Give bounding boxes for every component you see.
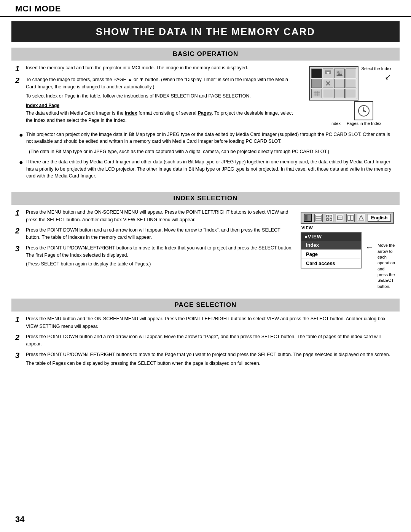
page-step-2-text: Press the POINT DOWN button and a red-ar… (26, 333, 396, 348)
page-wrapper: MCI MODE SHOW THE DATA IN THE MEMORY CAR… (0, 0, 411, 532)
svg-rect-8 (314, 91, 320, 96)
page-step-3-content: Press the POINT UP/DOWN/LEFT/RIGHT butto… (26, 351, 396, 367)
memory-card-grid (309, 66, 358, 101)
main-title-banner: SHOW THE DATA IN THE MEMORY CARD (11, 21, 400, 42)
step-1-content: Insert the memory card and turn the proj… (26, 64, 297, 72)
view-dropdown-header: ●VIEW (301, 233, 361, 241)
index-bold: Index (125, 110, 137, 116)
basic-operation-content: 1 Insert the memory card and turn the pr… (11, 61, 400, 187)
arrow-right-icon: ↙ (362, 72, 392, 81)
index-and-page-text: The data edited with Media Card Imager i… (26, 110, 297, 124)
move-arrow-label: Move the arrow to each operation and pre… (378, 243, 396, 289)
grid-cell-cross (323, 79, 333, 88)
index-step-2-content: Press the POINT DOWN button and a red-ar… (26, 227, 295, 241)
single-page-area: Pages in the Index (347, 101, 381, 126)
view-dropdown-card-access[interactable]: Card access (301, 259, 361, 268)
index-step-1-num: 1 (15, 209, 26, 217)
svg-rect-28 (351, 215, 353, 220)
index-step-3: 3 Press the POINT UP/DOWN/LEFT/RIGHT but… (15, 244, 295, 268)
grid-cell-dark (311, 69, 322, 78)
basic-step-2: 2 To change the image to others, press t… (15, 76, 297, 100)
index-step-3-num: 3 (15, 244, 26, 253)
page-step-2: 2 Press the POINT DOWN button and a red-… (15, 333, 396, 348)
basic-operation-title: BASIC OPERATION (18, 50, 393, 58)
index-left-col: 1 Press the MENU button and the ON-SCREE… (15, 209, 295, 289)
view-dropdown: ●VIEW Index Page Card access (301, 232, 362, 268)
view-dropdown-page[interactable]: Page (301, 250, 361, 259)
bullet-2: ● If there are the data edited by Media … (15, 158, 396, 180)
page-step-1: 1 Press the MENU button and the ON-SCREE… (15, 315, 396, 330)
svg-rect-22 (330, 215, 332, 217)
grid-cell (323, 69, 333, 78)
grid-cell-4 (346, 79, 356, 88)
view-toolbar: English (301, 212, 394, 224)
grid-cell-5 (323, 89, 333, 98)
index-step-3-text-1: Press the POINT UP/DOWN/LEFT/RIGHT butto… (26, 244, 295, 259)
bullet-1-sub: (The data in Bit Map type or in JPEG typ… (29, 148, 396, 155)
index-label-row: Index Pages in the Index (319, 101, 381, 126)
pages-in-index-label: Pages in the Index (347, 121, 381, 126)
svg-point-16 (363, 110, 365, 112)
page-step-1-text: Press the MENU button and the ON-SCREEN … (26, 315, 396, 330)
step-2-number: 2 (15, 76, 26, 85)
svg-rect-18 (315, 215, 322, 221)
toolbar-icon-1 (304, 214, 312, 222)
step-1-number: 1 (15, 64, 26, 73)
index-step-1-text: Press the MENU button and the ON-SCREEN … (26, 209, 295, 224)
grid-cell-6 (334, 89, 345, 98)
index-selection-header: INDEX SELECTION (11, 192, 400, 205)
view-dropdown-index[interactable]: Index (301, 241, 361, 250)
bullet-1: ● This projector can project only the im… (15, 131, 396, 145)
toolbar-icon-2 (314, 214, 323, 222)
basic-step-1: 1 Insert the memory card and turn the pr… (15, 64, 297, 73)
index-selection-title: INDEX SELECTION (18, 195, 393, 202)
page-step-3: 3 Press the POINT UP/DOWN/LEFT/RIGHT but… (15, 351, 396, 367)
index-step-2: 2 Press the POINT DOWN button and a red-… (15, 227, 295, 241)
page-step-3-num: 3 (15, 351, 26, 360)
toolbar-icon-5 (346, 214, 355, 222)
svg-rect-25 (338, 216, 342, 220)
basic-operation-left: 1 Insert the memory card and turn the pr… (15, 64, 297, 127)
view-dropdown-container: ●VIEW Index Page Card access (301, 231, 362, 268)
diagram-right-info: Select the Index ↙ (362, 66, 392, 81)
memory-diagram-row: Select the Index ↙ (309, 66, 392, 101)
index-step-1-content: Press the MENU button and the ON-SCREEN … (26, 209, 295, 224)
svg-marker-29 (359, 216, 363, 220)
grid-cell-2 (346, 69, 356, 78)
index-step-2-num: 2 (15, 227, 26, 235)
toolbar-icon-3 (325, 214, 333, 222)
svg-rect-23 (327, 219, 328, 220)
bullet-section: ● This projector can project only the im… (15, 131, 396, 180)
english-badge: English (368, 214, 391, 222)
toolbar-icon-4 (336, 214, 344, 222)
header-title: MCI MODE (15, 4, 61, 14)
grid-cell-7 (346, 89, 356, 98)
basic-operation-diagram: Select the Index ↙ Index (304, 64, 396, 127)
basic-operation-two-col: 1 Insert the memory card and turn the pr… (15, 64, 396, 127)
step-2-content: To change the image to others, press the… (26, 76, 297, 100)
bullet-dot-1: ● (19, 130, 23, 140)
index-step-1: 1 Press the MENU button and the ON-SCREE… (15, 209, 295, 224)
index-step-2-text: Press the POINT DOWN button and a red-ar… (26, 227, 295, 241)
grid-cell-sel1 (311, 79, 322, 88)
basic-operation-header: BASIC OPERATION (11, 48, 400, 61)
index-step-3-content: Press the POINT UP/DOWN/LEFT/RIGHT butto… (26, 244, 295, 268)
pages-bold: Pages (198, 110, 212, 116)
view-menu-row: ●VIEW Index Page Card access ← Move the … (301, 231, 396, 289)
page-step-1-num: 1 (15, 315, 26, 324)
arrow-and-label: ← Move the arrow to each operation and p… (365, 243, 396, 289)
page-step-2-num: 2 (15, 333, 26, 342)
step-1-text: Insert the memory card and turn the proj… (26, 64, 297, 72)
page-selection-header: PAGE SELECTION (11, 299, 400, 312)
main-title: SHOW THE DATA IN THE MEMORY CARD (19, 26, 392, 38)
clock-icon (357, 104, 370, 117)
page-selection-content: 1 Press the MENU button and the ON-SCREE… (11, 312, 400, 374)
index-step-3-text-2: (Press SELECT button again to display th… (26, 260, 295, 268)
svg-rect-24 (330, 219, 332, 220)
bullet-2-text: If there are the data edited by Media Ca… (26, 158, 396, 180)
index-selection-content: 1 Press the MENU button and the ON-SCREE… (11, 205, 400, 293)
step-2-text-line2: To select Index or Page in the table, fo… (26, 93, 297, 100)
bullet-1-text: This projector can project only the imag… (26, 131, 396, 145)
index-and-page-label: Index and Page (26, 103, 297, 108)
index-label: Index (330, 121, 341, 126)
